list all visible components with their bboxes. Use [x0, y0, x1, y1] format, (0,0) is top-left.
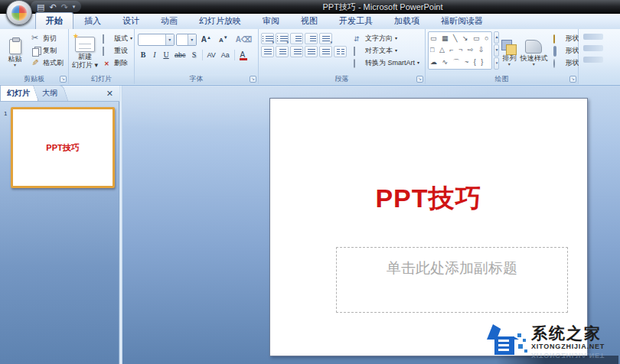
slide-title-text[interactable]: PPT技巧 [270, 181, 587, 216]
reset-button[interactable]: 重设 [100, 45, 135, 57]
group-drawing: ▭ ▦ ╲ ↘ ▭ ○ □ △ ⌐ ¬ ⇨ ⇩ ☁ ∿ ⌒ ~ { } ▲ ▼ … [426, 29, 579, 84]
shapes-row-2[interactable]: □ △ ⌐ ¬ ⇨ ⇩ [430, 45, 490, 55]
subtitle-placeholder[interactable]: 单击此处添加副标题 [336, 247, 568, 313]
partial-icon [583, 57, 603, 63]
font-size-select[interactable]: ▾ [176, 34, 197, 46]
change-case-button[interactable]: Aa [219, 49, 232, 61]
clipboard-dialog-launcher[interactable]: ↘ [60, 76, 67, 83]
text-direction-button[interactable]: ⇵文字方向▾ [351, 33, 422, 44]
format-painter-button[interactable]: 格式刷 [29, 57, 66, 69]
watermark-site-url: XITONGZHIJIA.NET [531, 343, 605, 350]
paste-icon [9, 39, 21, 54]
slide-thumbnail[interactable]: PPT技巧 [11, 107, 115, 188]
reset-label: 重设 [114, 46, 128, 56]
tab-view[interactable]: 视图 [290, 12, 328, 29]
clear-formatting-button[interactable]: A⌫ [233, 34, 255, 45]
bold-button[interactable]: B [138, 49, 148, 61]
grow-font-button[interactable]: A▲ [198, 34, 214, 45]
tab-outline-pane[interactable]: 大纲 [33, 85, 69, 101]
group-paragraph: ▾ ▾ ▾ ⇵文字方向 [259, 29, 426, 84]
align-text-button[interactable]: 对齐文本▾ [351, 45, 422, 57]
tab-review[interactable]: 审阅 [252, 12, 290, 29]
font-name-dropdown-icon[interactable]: ▾ [165, 34, 174, 45]
align-text-label: 对齐文本 [365, 46, 393, 56]
tab-animations[interactable]: 动画 [150, 12, 188, 29]
arrange-label: 排列 [502, 54, 516, 62]
slide-canvas[interactable]: PPT技巧 单击此处添加副标题 [269, 98, 588, 356]
shapes-scroll-down-icon[interactable]: ▼ [494, 44, 499, 57]
align-center-button[interactable] [276, 46, 289, 57]
bullets-button[interactable]: ▾ [261, 33, 274, 44]
copy-label: 复制 [43, 46, 57, 56]
delete-label: 删除 [114, 58, 128, 68]
tab-foxit-reader[interactable]: 福昕阅读器 [430, 12, 494, 29]
editing-group-partial [579, 29, 620, 84]
tab-addins[interactable]: 加载项 [383, 12, 430, 29]
shapes-scrollbar[interactable]: ▲ ▼ ▾ [494, 31, 499, 70]
convert-smartart-button[interactable]: 转换为 SmartArt▾ [351, 57, 422, 69]
character-spacing-button[interactable]: AV [205, 49, 218, 61]
font-name-select[interactable]: ▾ [138, 34, 175, 46]
smartart-label: 转换为 SmartArt [365, 58, 415, 68]
paste-button[interactable]: 粘贴 ▾ [2, 31, 28, 74]
shapes-scroll-up-icon[interactable]: ▲ [494, 31, 499, 44]
shrink-font-button[interactable]: A▼ [216, 34, 231, 45]
watermark-reflection: XITONGZHIJIA.NET [531, 352, 605, 359]
redo-icon[interactable]: ↷ [61, 2, 68, 12]
shapes-row-3[interactable]: ☁ ∿ ⌒ ~ { } [430, 57, 490, 67]
tab-slides-pane[interactable]: 幻灯片 [0, 85, 38, 101]
undo-icon[interactable]: ↶ [49, 2, 56, 12]
numbering-button[interactable]: ▾ [276, 33, 289, 44]
tab-design[interactable]: 设计 [112, 12, 150, 29]
new-slide-label-2: 幻灯片 ▾ [72, 61, 98, 69]
ribbon: 粘贴 ▾ 剪切 复制 格式刷 剪贴板 ↘ 新建 幻灯片 ▾ [0, 29, 620, 86]
quick-styles-button[interactable]: 快速样式 ▾ [519, 31, 548, 74]
customize-qat-icon[interactable]: ▾ [73, 2, 76, 12]
align-text-icon [354, 47, 355, 56]
font-dialog-launcher[interactable]: ↘ [250, 76, 256, 83]
underline-button[interactable]: U [161, 49, 171, 61]
office-button[interactable] [6, 0, 32, 25]
paragraph-dialog-launcher[interactable]: ↘ [416, 76, 423, 83]
columns-button[interactable] [334, 46, 347, 57]
text-direction-icon: ⇵ [354, 34, 363, 44]
font-color-button[interactable]: A [237, 49, 248, 61]
quick-styles-icon [525, 40, 542, 54]
new-slide-button[interactable]: 新建 幻灯片 ▾ [71, 31, 99, 74]
partial-icon [583, 34, 603, 40]
italic-button[interactable]: I [149, 49, 160, 61]
copy-button[interactable]: 复制 [29, 45, 66, 57]
shapes-more-icon[interactable]: ▾ [494, 57, 499, 70]
close-pane-icon[interactable]: ✕ [106, 89, 113, 99]
cut-button[interactable]: 剪切 [29, 33, 66, 44]
increase-indent-button[interactable] [305, 33, 318, 44]
group-clipboard: 粘贴 ▾ 剪切 复制 格式刷 剪贴板 ↘ [0, 29, 69, 84]
align-left-button[interactable] [261, 46, 274, 57]
watermark-site-name: 系统之家 [531, 323, 602, 344]
quick-styles-label: 快速样式 [520, 54, 547, 62]
font-size-dropdown-icon[interactable]: ▾ [188, 34, 196, 45]
save-icon[interactable]: ▤ [37, 2, 44, 12]
delete-icon [103, 59, 112, 68]
tab-home[interactable]: 开始 [35, 12, 73, 29]
tab-slideshow[interactable]: 幻灯片放映 [188, 12, 252, 29]
strikethrough-button[interactable]: abc [172, 49, 188, 61]
align-right-button[interactable] [290, 46, 303, 57]
layout-button[interactable]: 版式▾ [100, 33, 135, 44]
tab-developer[interactable]: 开发工具 [328, 12, 383, 29]
text-shadow-button[interactable]: S [189, 49, 200, 61]
shapes-row-1[interactable]: ▭ ▦ ╲ ↘ ▭ ○ [430, 34, 490, 44]
drawing-dialog-launcher[interactable]: ↘ [569, 76, 576, 83]
decrease-indent-button[interactable] [290, 33, 303, 44]
line-spacing-button[interactable]: ▾ [319, 33, 332, 44]
group-slides: 新建 幻灯片 ▾ 版式▾ 重设 删除 幻灯片 [69, 29, 135, 84]
tab-insert[interactable]: 插入 [73, 12, 112, 29]
office-logo-icon [11, 5, 27, 21]
distribute-button[interactable] [319, 46, 332, 57]
arrange-button[interactable]: 排列 ▾ [501, 31, 517, 74]
paragraph-group-label: 段落 [259, 74, 425, 84]
divider [234, 50, 235, 60]
justify-button[interactable] [305, 46, 318, 57]
shapes-gallery[interactable]: ▭ ▦ ╲ ↘ ▭ ○ □ △ ⌐ ¬ ⇨ ⇩ ☁ ∿ ⌒ ~ { } [428, 31, 492, 70]
delete-button[interactable]: 删除 [100, 57, 135, 69]
